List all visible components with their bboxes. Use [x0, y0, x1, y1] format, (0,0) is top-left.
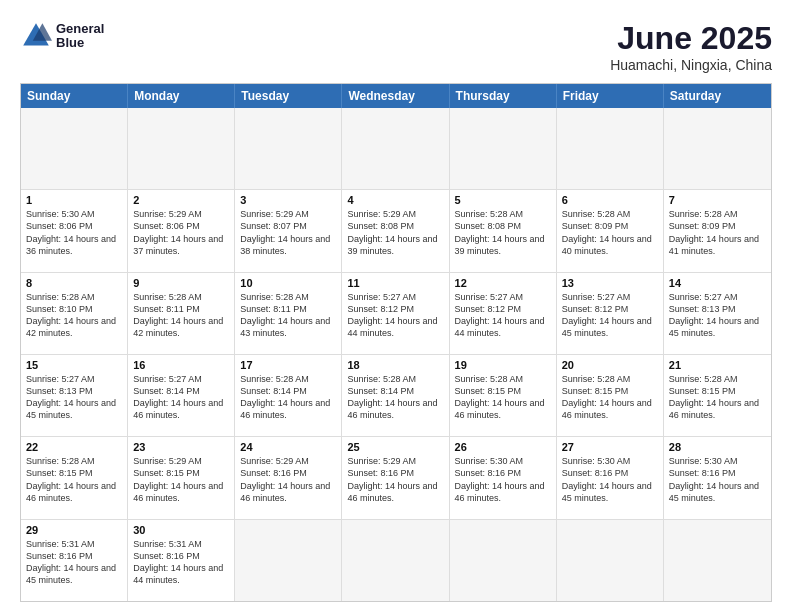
cal-cell-3-2: 17 Sunrise: 5:28 AM Sunset: 8:14 PM Dayl…: [235, 355, 342, 436]
calendar-title: June 2025: [610, 20, 772, 57]
day-number: 21: [669, 359, 766, 371]
cal-cell-4-2: 24 Sunrise: 5:29 AM Sunset: 8:16 PM Dayl…: [235, 437, 342, 518]
logo-line1: General: [56, 22, 104, 36]
day-info: Sunrise: 5:28 AM Sunset: 8:10 PM Dayligh…: [26, 291, 122, 340]
day-info: Sunrise: 5:29 AM Sunset: 8:16 PM Dayligh…: [347, 455, 443, 504]
cal-cell-0-4: [450, 108, 557, 189]
cal-cell-1-6: 7 Sunrise: 5:28 AM Sunset: 8:09 PM Dayli…: [664, 190, 771, 271]
cal-row-5: 29 Sunrise: 5:31 AM Sunset: 8:16 PM Dayl…: [21, 520, 771, 601]
day-number: 18: [347, 359, 443, 371]
day-number: 11: [347, 277, 443, 289]
day-info: Sunrise: 5:29 AM Sunset: 8:06 PM Dayligh…: [133, 208, 229, 257]
day-info: Sunrise: 5:28 AM Sunset: 8:14 PM Dayligh…: [240, 373, 336, 422]
day-info: Sunrise: 5:29 AM Sunset: 8:15 PM Dayligh…: [133, 455, 229, 504]
day-info: Sunrise: 5:28 AM Sunset: 8:08 PM Dayligh…: [455, 208, 551, 257]
cal-cell-0-6: [664, 108, 771, 189]
day-info: Sunrise: 5:29 AM Sunset: 8:07 PM Dayligh…: [240, 208, 336, 257]
cal-cell-1-0: 1 Sunrise: 5:30 AM Sunset: 8:06 PM Dayli…: [21, 190, 128, 271]
cal-row-1: 1 Sunrise: 5:30 AM Sunset: 8:06 PM Dayli…: [21, 190, 771, 272]
day-info: Sunrise: 5:28 AM Sunset: 8:09 PM Dayligh…: [562, 208, 658, 257]
day-number: 13: [562, 277, 658, 289]
cal-cell-1-3: 4 Sunrise: 5:29 AM Sunset: 8:08 PM Dayli…: [342, 190, 449, 271]
day-number: 20: [562, 359, 658, 371]
cal-cell-0-1: [128, 108, 235, 189]
title-block: June 2025 Huamachi, Ningxia, China: [610, 20, 772, 73]
day-info: Sunrise: 5:28 AM Sunset: 8:14 PM Dayligh…: [347, 373, 443, 422]
day-number: 16: [133, 359, 229, 371]
day-number: 24: [240, 441, 336, 453]
day-info: Sunrise: 5:30 AM Sunset: 8:06 PM Dayligh…: [26, 208, 122, 257]
logo-text: General Blue: [56, 22, 104, 51]
day-info: Sunrise: 5:30 AM Sunset: 8:16 PM Dayligh…: [562, 455, 658, 504]
col-friday: Friday: [557, 84, 664, 108]
col-thursday: Thursday: [450, 84, 557, 108]
cal-cell-4-4: 26 Sunrise: 5:30 AM Sunset: 8:16 PM Dayl…: [450, 437, 557, 518]
cal-cell-2-2: 10 Sunrise: 5:28 AM Sunset: 8:11 PM Dayl…: [235, 273, 342, 354]
cal-cell-5-0: 29 Sunrise: 5:31 AM Sunset: 8:16 PM Dayl…: [21, 520, 128, 601]
cal-cell-2-6: 14 Sunrise: 5:27 AM Sunset: 8:13 PM Dayl…: [664, 273, 771, 354]
day-info: Sunrise: 5:30 AM Sunset: 8:16 PM Dayligh…: [455, 455, 551, 504]
day-number: 9: [133, 277, 229, 289]
day-info: Sunrise: 5:27 AM Sunset: 8:13 PM Dayligh…: [669, 291, 766, 340]
cal-cell-2-3: 11 Sunrise: 5:27 AM Sunset: 8:12 PM Dayl…: [342, 273, 449, 354]
day-info: Sunrise: 5:31 AM Sunset: 8:16 PM Dayligh…: [133, 538, 229, 587]
page: General Blue June 2025 Huamachi, Ningxia…: [0, 0, 792, 612]
cal-cell-3-4: 19 Sunrise: 5:28 AM Sunset: 8:15 PM Dayl…: [450, 355, 557, 436]
day-number: 5: [455, 194, 551, 206]
cal-cell-3-0: 15 Sunrise: 5:27 AM Sunset: 8:13 PM Dayl…: [21, 355, 128, 436]
day-number: 6: [562, 194, 658, 206]
day-number: 4: [347, 194, 443, 206]
cal-cell-5-2: [235, 520, 342, 601]
day-number: 17: [240, 359, 336, 371]
cal-cell-2-0: 8 Sunrise: 5:28 AM Sunset: 8:10 PM Dayli…: [21, 273, 128, 354]
day-info: Sunrise: 5:30 AM Sunset: 8:16 PM Dayligh…: [669, 455, 766, 504]
cal-cell-3-3: 18 Sunrise: 5:28 AM Sunset: 8:14 PM Dayl…: [342, 355, 449, 436]
day-info: Sunrise: 5:29 AM Sunset: 8:16 PM Dayligh…: [240, 455, 336, 504]
day-number: 2: [133, 194, 229, 206]
cal-cell-1-4: 5 Sunrise: 5:28 AM Sunset: 8:08 PM Dayli…: [450, 190, 557, 271]
col-saturday: Saturday: [664, 84, 771, 108]
day-number: 26: [455, 441, 551, 453]
cal-cell-4-0: 22 Sunrise: 5:28 AM Sunset: 8:15 PM Dayl…: [21, 437, 128, 518]
day-number: 28: [669, 441, 766, 453]
header: General Blue June 2025 Huamachi, Ningxia…: [20, 20, 772, 73]
cal-cell-4-6: 28 Sunrise: 5:30 AM Sunset: 8:16 PM Dayl…: [664, 437, 771, 518]
cal-row-0: [21, 108, 771, 190]
col-wednesday: Wednesday: [342, 84, 449, 108]
day-info: Sunrise: 5:28 AM Sunset: 8:11 PM Dayligh…: [240, 291, 336, 340]
cal-cell-1-5: 6 Sunrise: 5:28 AM Sunset: 8:09 PM Dayli…: [557, 190, 664, 271]
cal-cell-3-6: 21 Sunrise: 5:28 AM Sunset: 8:15 PM Dayl…: [664, 355, 771, 436]
day-number: 8: [26, 277, 122, 289]
day-info: Sunrise: 5:28 AM Sunset: 8:15 PM Dayligh…: [562, 373, 658, 422]
day-info: Sunrise: 5:28 AM Sunset: 8:15 PM Dayligh…: [26, 455, 122, 504]
logo-line2: Blue: [56, 36, 104, 50]
calendar-subtitle: Huamachi, Ningxia, China: [610, 57, 772, 73]
cal-cell-0-5: [557, 108, 664, 189]
day-number: 25: [347, 441, 443, 453]
cal-cell-0-3: [342, 108, 449, 189]
day-info: Sunrise: 5:27 AM Sunset: 8:12 PM Dayligh…: [347, 291, 443, 340]
day-info: Sunrise: 5:28 AM Sunset: 8:11 PM Dayligh…: [133, 291, 229, 340]
cal-cell-0-0: [21, 108, 128, 189]
cal-cell-2-1: 9 Sunrise: 5:28 AM Sunset: 8:11 PM Dayli…: [128, 273, 235, 354]
logo: General Blue: [20, 20, 104, 52]
cal-cell-1-2: 3 Sunrise: 5:29 AM Sunset: 8:07 PM Dayli…: [235, 190, 342, 271]
day-number: 30: [133, 524, 229, 536]
cal-row-3: 15 Sunrise: 5:27 AM Sunset: 8:13 PM Dayl…: [21, 355, 771, 437]
cal-row-4: 22 Sunrise: 5:28 AM Sunset: 8:15 PM Dayl…: [21, 437, 771, 519]
cal-cell-5-4: [450, 520, 557, 601]
cal-cell-2-4: 12 Sunrise: 5:27 AM Sunset: 8:12 PM Dayl…: [450, 273, 557, 354]
day-info: Sunrise: 5:31 AM Sunset: 8:16 PM Dayligh…: [26, 538, 122, 587]
calendar: Sunday Monday Tuesday Wednesday Thursday…: [20, 83, 772, 602]
cal-cell-3-1: 16 Sunrise: 5:27 AM Sunset: 8:14 PM Dayl…: [128, 355, 235, 436]
day-info: Sunrise: 5:29 AM Sunset: 8:08 PM Dayligh…: [347, 208, 443, 257]
day-info: Sunrise: 5:27 AM Sunset: 8:13 PM Dayligh…: [26, 373, 122, 422]
day-number: 14: [669, 277, 766, 289]
cal-cell-4-1: 23 Sunrise: 5:29 AM Sunset: 8:15 PM Dayl…: [128, 437, 235, 518]
day-number: 12: [455, 277, 551, 289]
cal-cell-3-5: 20 Sunrise: 5:28 AM Sunset: 8:15 PM Dayl…: [557, 355, 664, 436]
calendar-body: 1 Sunrise: 5:30 AM Sunset: 8:06 PM Dayli…: [21, 108, 771, 601]
cal-cell-5-5: [557, 520, 664, 601]
day-number: 27: [562, 441, 658, 453]
day-number: 10: [240, 277, 336, 289]
